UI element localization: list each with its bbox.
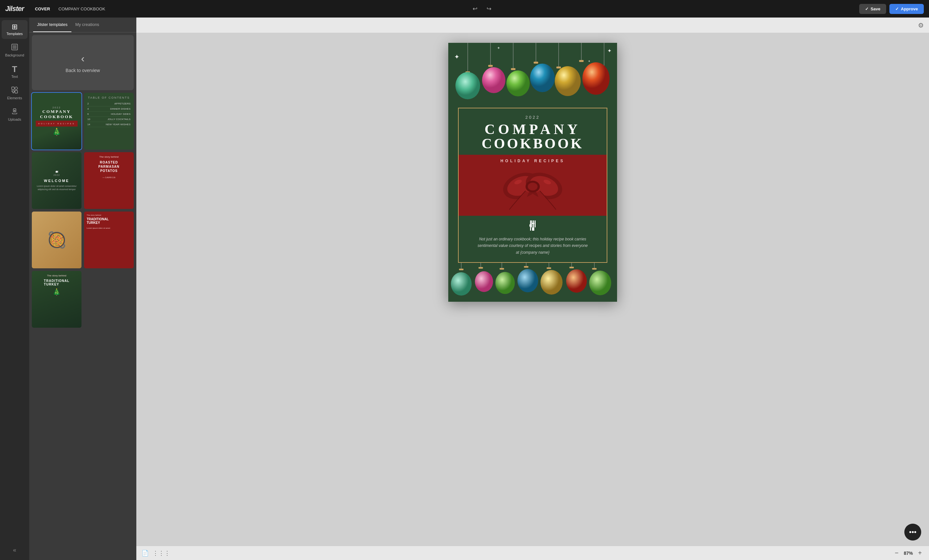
tmpl-food2-story: The story behind [87,214,131,216]
template-thumb-food2[interactable]: The story behind TRADITIONALTURKEY Lorem… [84,211,134,268]
back-to-overview-label: Back to overview [66,68,100,73]
zoom-in-button[interactable]: + [916,549,924,557]
svg-rect-15 [511,68,515,70]
undo-button[interactable]: ↩ [470,4,480,14]
canvas-scroll[interactable]: ✦ ✦ ✦ ✦ 2022 [136,33,929,546]
sidebar-item-templates[interactable]: ⊞ Templates [2,20,28,39]
sidebar-item-background-label: Background [5,53,25,57]
tmpl-turkey-title-label: TRADITIONALTURKEY [44,279,69,286]
svg-rect-51 [459,269,463,270]
svg-point-63 [566,269,587,293]
bottom-left-icons: 📄 ⋮⋮⋮ [141,549,170,557]
text-icon: T [12,65,17,73]
tmpl-cover-year-label: 2022 [52,106,61,109]
template-thumb-welcome[interactable]: 🍽️ 2022 WELCOME Lorem ipsum dolor sit am… [32,152,81,209]
svg-point-58 [451,272,472,295]
templates-panel-content: ‹ Back to overview 2022 COMPANY COOKBOOK… [29,32,136,560]
tmpl-recipe1-story: The story behind [99,155,119,158]
cover-company-title: COMPANY [467,122,599,136]
sidebar-item-text-label: Text [11,75,18,78]
svg-text:✦: ✦ [607,48,612,54]
svg-rect-57 [592,268,596,269]
document-icon[interactable]: 📄 [141,549,149,557]
svg-point-35 [528,183,538,190]
svg-rect-14 [488,65,493,67]
zoom-controls: − 87% + [893,549,924,557]
svg-rect-1 [13,45,17,49]
cover-cookbook-title: COOKBOOK [467,136,599,151]
back-to-overview-button[interactable]: ‹ Back to overview [32,35,134,90]
tab-my-creations[interactable]: My creations [71,17,103,32]
template-thumb-parmasan[interactable]: The story behind ROASTEDPARMASANPOTATOS … [84,152,134,209]
svg-text:✦: ✦ [588,60,590,63]
template-thumb-toc[interactable]: TABLE OF CONTENTS 2APPETIZERS 4DINNER DI… [84,93,134,150]
save-label: Save [871,6,880,11]
collapse-sidebar-button[interactable]: « [11,544,19,556]
svg-point-22 [506,70,530,96]
topbar-right: ✓ Save ✓ Approve [859,4,924,14]
svg-point-21 [482,67,505,93]
sidebar-item-elements-label: Elements [7,96,22,100]
zoom-out-button[interactable]: − [893,549,901,557]
food-photo-placeholder: 🥘 [47,231,66,249]
tmpl-welcome-year: 2022 [54,174,60,176]
sidebar-item-uploads-label: Uploads [8,118,21,121]
tmpl-toc-row-2: 4DINNER DISHES [87,106,130,112]
cover-description: Not just an ordinary cookbook; this holi… [477,236,588,256]
tmpl-food2-title-label: TRADITIONALTURKEY [87,217,131,225]
bow-svg [500,163,565,212]
canvas-area: ⚙ [136,17,929,560]
template-thumb-cover[interactable]: 2022 COMPANY COOKBOOK HOLIDAY RECIPES 🎄 [32,93,81,150]
sidebar-item-text[interactable]: T Text [2,62,28,82]
svg-rect-2 [12,87,14,90]
tmpl-toc-row-4: 10JOLLY COCKTAILS [87,117,130,122]
svg-point-25 [583,62,610,95]
save-button[interactable]: ✓ Save [859,4,886,14]
approve-button[interactable]: ✓ Approve [889,4,924,14]
tmpl-cover-cookbook-label: COOKBOOK [40,114,74,119]
sidebar-item-elements[interactable]: Elements [2,83,28,103]
more-options-button[interactable]: ••• [904,524,921,540]
tmpl-turkey-ornament: 🎄 [52,288,61,296]
tmpl-cover-company-label: COMPANY [43,109,71,114]
nav-breadcrumb: COMPANY COOKBOOK [58,6,105,11]
settings-icon[interactable]: ⚙ [918,21,924,29]
tmpl-toc-header: TABLE OF CONTENTS [87,96,130,101]
svg-point-64 [589,271,611,295]
utensils-svg [527,220,538,231]
logo: Jilster [5,5,24,13]
tmpl-toc-row-3: 6HOLIDAY SIDES [87,112,130,117]
tmpl-turkey-story: The story behind [47,274,66,277]
sidebar-item-templates-label: Templates [6,32,23,36]
nav-tab-cover[interactable]: COVER [32,5,53,13]
sidebar-item-uploads[interactable]: Uploads [2,104,28,125]
uploads-icon [11,108,18,116]
ornaments-top-svg: ✦ ✦ ✦ ✦ [448,43,617,108]
cover-year: 2022 [467,115,599,120]
panel-tabs: Jilster templates My creations [29,17,136,32]
cookbook-cover[interactable]: ✦ ✦ ✦ ✦ 2022 [448,43,617,302]
svg-rect-17 [556,66,561,69]
tmpl-welcome-title-label: WELCOME [44,179,69,183]
ribbon-subtitle: HOLIDAY RECIPES [501,159,565,163]
tab-jilster-templates[interactable]: Jilster templates [33,17,71,32]
main-layout: ⊞ Templates Background T Text Elements U… [0,17,929,560]
cover-text-block: 2022 COMPANY COOKBOOK [467,115,599,151]
tmpl-toc-row-5: 14NEW YEAR WISHES [87,122,130,127]
template-thumb-food-photo[interactable]: 🥘 [32,211,81,268]
templates-panel: Jilster templates My creations ‹ Back to… [29,17,136,560]
tmpl-food2-text: Lorem ipsum dolor sit amet [87,227,131,229]
tmpl-welcome-body: Lorem ipsum dolor sit amet consectetur a… [36,185,78,191]
save-check-icon: ✓ [865,6,869,11]
svg-point-24 [555,66,581,96]
svg-text:✦: ✦ [497,46,500,50]
redo-button[interactable]: ↪ [484,4,494,14]
sidebar-item-background[interactable]: Background [2,40,28,60]
svg-rect-55 [547,267,551,269]
utensils-block [467,220,599,233]
template-thumb-turkey[interactable]: The story behind TRADITIONALTURKEY 🎄 [32,271,81,328]
layers-icon[interactable]: ⋮⋮⋮ [153,549,170,557]
approve-check-icon: ✓ [895,6,899,11]
topbar-center: ↩ ↪ [110,4,854,14]
back-arrow-icon: ‹ [81,52,85,64]
